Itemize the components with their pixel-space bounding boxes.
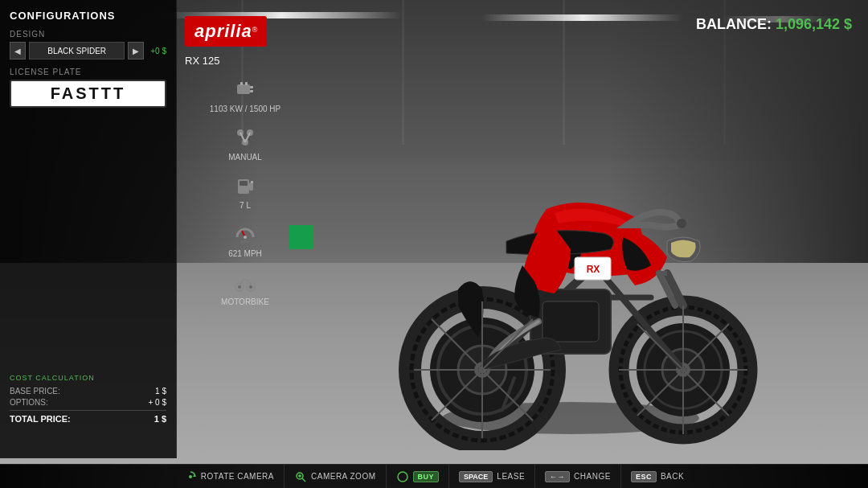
svg-rect-35 [245,82,248,85]
base-price-value: 1 $ [155,387,166,396]
svg-rect-37 [250,90,253,92]
balance-display: BALANCE: 1,096,142 $ [696,16,852,33]
svg-line-56 [302,478,305,482]
svg-rect-44 [240,181,248,186]
cost-title: COST CALCULATION [10,374,166,382]
svg-point-59 [398,472,407,482]
esc-key: ESC [631,471,657,482]
brand-reg: ® [252,26,258,34]
power-stat: 1103 KW / 1500 HP [185,76,305,113]
svg-point-21 [677,219,686,228]
fuel-value: 7 L [240,201,251,210]
license-plate-display[interactable]: FASTTT [10,80,166,108]
configuration-panel: CONFIGURATIONS DESIGN ◀ BLACK SPIDER ▶ +… [0,0,177,458]
camera-zoom-item: CAMERA ZOOM [285,465,387,488]
buy-icon [396,470,409,483]
svg-point-54 [189,475,192,478]
vehicle-model: RX 125 [185,55,305,67]
fuel-stat: 7 L [185,173,305,210]
lease-label: LEASE [497,472,525,481]
transmission-icon [232,125,258,150]
speed-stat: MPH 621 MPH [185,221,305,258]
options-value: + 0 $ [148,398,166,407]
svg-rect-36 [250,86,253,88]
design-label: DESIGN [10,30,166,39]
change-key: ←→ [545,471,570,482]
power-icon [232,76,258,102]
rotate-camera-label: ROTATE CAMERA [201,472,274,481]
cost-section: COST CALCULATION BASE PRICE: 1 $ OPTIONS… [10,374,166,426]
transmission-stat: MANUAL [185,125,305,162]
svg-rect-34 [240,82,243,85]
design-row: ◀ BLACK SPIDER ▶ +0 $ [10,42,166,59]
camera-zoom-icon [294,470,307,483]
vehicle-info-panel: aprilia® RX 125 1103 KW / 1500 HP [185,16,305,318]
options-label: OPTIONS: [10,398,48,407]
svg-rect-33 [237,84,250,94]
panel-title: CONFIGURATIONS [10,10,166,22]
base-price-label: BASE PRICE: [10,387,60,396]
base-price-row: BASE PRICE: 1 $ [10,387,166,396]
total-value: 1 $ [154,414,166,424]
bottom-action-bar: ROTATE CAMERA CAMERA ZOOM BUY SPACE LEAS… [0,464,868,488]
speed-value: 621 MPH [228,249,262,258]
options-row: OPTIONS: + 0 $ [10,398,166,407]
svg-text:MPH: MPH [240,240,250,244]
back-label: BACK [661,472,684,481]
type-value: MOTORBIKE [221,297,269,306]
camera-zoom-label: CAMERA ZOOM [311,472,376,481]
fuel-icon [232,173,258,199]
type-stat: MOTORBIKE [185,269,305,306]
svg-rect-46 [251,181,253,183]
rotate-camera-icon [184,470,197,483]
rotate-camera-item: ROTATE CAMERA [174,465,285,488]
type-icon [232,269,258,295]
svg-point-53 [249,285,252,289]
buy-item[interactable]: BUY [387,465,450,488]
total-label: TOTAL PRICE: [10,414,71,424]
motorcycle-display: RX [346,64,788,450]
svg-point-48 [244,236,247,239]
design-cost: +0 $ [150,47,166,55]
svg-point-52 [238,285,241,289]
design-next-button[interactable]: ▶ [128,42,144,59]
speed-icon: MPH [232,221,258,247]
power-value: 1103 KW / 1500 HP [210,105,280,113]
brand-logo: aprilia® [185,16,267,47]
brand-name: aprilia [194,21,252,41]
space-key: SPACE [459,471,493,482]
lease-item[interactable]: SPACE LEASE [449,465,535,488]
balance-value: 1,096,142 $ [776,16,852,32]
license-label: LICENSE PLATE [10,68,166,76]
balance-label: BALANCE: [696,16,772,32]
change-label: CHANGE [574,472,611,481]
change-item[interactable]: ←→ CHANGE [535,465,621,488]
buy-key: BUY [413,471,440,482]
license-plate-section: LICENSE PLATE FASTTT [10,68,166,108]
svg-text:RX: RX [587,264,600,275]
svg-rect-17 [542,301,599,342]
design-prev-button[interactable]: ◀ [10,42,26,59]
back-item[interactable]: ESC BACK [621,465,694,488]
total-row: TOTAL PRICE: 1 $ [10,410,166,424]
svg-rect-45 [249,182,253,191]
design-name: BLACK SPIDER [29,42,125,59]
transmission-value: MANUAL [228,153,262,162]
